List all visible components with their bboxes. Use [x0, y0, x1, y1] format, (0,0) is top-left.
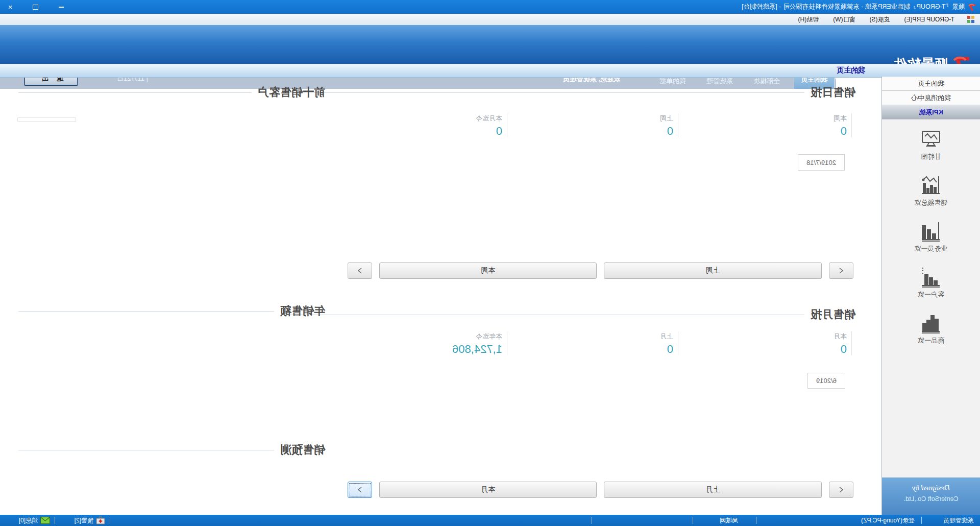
stat-label: 本周	[694, 114, 847, 123]
close-icon: ×	[8, 3, 13, 11]
divider-line	[18, 92, 252, 93]
daily-prev-arrow-button[interactable]	[829, 262, 853, 279]
title-bar: 顺景『T-GROUP』制造业ERP系统 - 东莞顺景软件科技有限公司 - [系统…	[0, 0, 980, 14]
monthly-this-month-button[interactable]: 本月	[379, 482, 597, 498]
customers-section-header: 前十销售客户	[18, 85, 325, 100]
app-window: 顺景『T-GROUP』制造业ERP系统 - 东莞顺景软件科技有限公司 - [系统…	[0, 0, 980, 526]
sidebar-item-label: 甘特图	[921, 152, 941, 161]
product-overview-icon	[920, 312, 942, 334]
statusbar-divider	[693, 517, 693, 524]
sidebar-item-kpi-system[interactable]: KPI系统	[882, 105, 980, 119]
stat-value: 1,724,806	[349, 343, 502, 356]
page-header-strip: 我的主页	[0, 64, 980, 78]
stat-value: 0	[520, 125, 673, 138]
sidebar-item-message-center[interactable]: 我的消息中心	[882, 91, 980, 105]
divider-line	[18, 450, 274, 450]
sidebar: 我的主页 我的消息中心 KPI系统 甘特图 销售额总览	[881, 77, 980, 515]
daily-button-row: 上周 本周	[348, 262, 853, 279]
monthly-last-month-button[interactable]: 上月	[604, 482, 822, 498]
daily-last-week-button[interactable]: 上周	[604, 262, 822, 279]
forecast-section-title: 销售预测	[280, 442, 325, 458]
statusbar-messages[interactable]: 消息[0]	[19, 515, 50, 526]
stat-value: 0	[520, 343, 673, 356]
statusbar-divider	[55, 517, 55, 524]
menu-item-window[interactable]: 窗口(W)	[826, 15, 862, 24]
menu-item-skin[interactable]: 皮肤(S)	[863, 15, 897, 24]
statusbar-user: 系统管理员	[943, 515, 974, 526]
page-title: 我的主页	[837, 66, 865, 75]
sidebar-item-label: 销售额总览	[915, 198, 948, 207]
sidebar-item-product-overview[interactable]: 商品一览	[918, 312, 944, 345]
designed-by-line2: CenterSoft Co.,Ltd.	[882, 495, 980, 503]
monthly-next-arrow-button[interactable]	[348, 482, 372, 498]
designed-by-block: Designed by CenterSoft Co.,Ltd.	[882, 477, 980, 515]
statusbar-network: 局域网	[720, 515, 738, 526]
daily-chart-tooltip: 2019/7/18	[798, 154, 845, 171]
stat-label: 本月	[694, 332, 847, 341]
minimize-icon	[59, 7, 64, 8]
sales-total-icon	[920, 174, 942, 196]
statusbar-alerts[interactable]: 预警[2]	[75, 515, 105, 526]
divider-line	[283, 92, 804, 93]
chevron-right-icon	[357, 486, 363, 493]
customer-overview-icon	[920, 266, 942, 288]
monthly-stat-this-month: 本月 0	[694, 331, 852, 355]
statusbar-divider	[592, 517, 592, 524]
customers-legend	[17, 117, 76, 122]
stat-label: 本年迄今	[349, 332, 502, 341]
daily-stat-this-week: 本周 0	[694, 113, 852, 137]
kpi-shortcut-list: 甘特图 销售额总览 业务员一览	[882, 119, 980, 357]
divider-line	[18, 311, 274, 312]
divider-line	[283, 315, 804, 315]
statusbar-divider	[110, 517, 110, 524]
monthly-section-header: 销售月报	[283, 307, 855, 322]
first-aid-kit-icon	[96, 516, 105, 524]
restore-button[interactable]	[29, 3, 43, 12]
close-button[interactable]: ×	[3, 3, 17, 12]
daily-stat-last-week: 上周 0	[520, 113, 678, 137]
monthly-chart-tooltip: 6/2019	[807, 373, 845, 389]
stat-value: 0	[694, 125, 847, 138]
salesman-overview-icon	[920, 220, 942, 242]
sidebar-item-sales-total[interactable]: 销售额总览	[915, 174, 948, 207]
stat-value: 0	[349, 125, 502, 138]
stat-label: 本月迄今	[349, 114, 502, 123]
monthly-section-title: 销售月报	[811, 307, 855, 322]
app-logo-icon	[968, 3, 977, 12]
daily-next-arrow-button[interactable]	[348, 262, 372, 279]
sidebar-item-label: 客户一览	[918, 290, 944, 299]
monthly-button-row: 上月 本月	[348, 482, 853, 498]
sidebar-item-my-homepage[interactable]: 我的主页	[882, 77, 980, 91]
sidebar-item-label: 商品一览	[918, 336, 944, 345]
sidebar-item-gantt[interactable]: 甘特图	[920, 128, 942, 161]
sidebar-item-customer-overview[interactable]: 客户一览	[918, 266, 944, 299]
chevron-right-icon	[357, 267, 363, 274]
daily-section-header: 销售日报	[283, 85, 855, 100]
statusbar-divider	[756, 517, 756, 524]
monthly-stat-year-to-date: 本年迄今 1,724,806	[349, 331, 507, 355]
menu-item-help[interactable]: 帮助(H)	[791, 15, 826, 24]
chevron-left-icon	[838, 267, 844, 274]
daily-section-title: 销售日报	[811, 85, 855, 100]
status-bar: 系统管理员 登录(Young-PC:PZ) 局域网 预警[2] 消息[0]	[0, 515, 980, 526]
menu-bar: T-GROUP ERP(E) 皮肤(S) 窗口(W) 帮助(H)	[0, 14, 980, 26]
daily-this-week-button[interactable]: 本周	[379, 262, 597, 279]
monthly-stat-last-month: 上月 0	[520, 331, 678, 355]
stat-value: 0	[694, 343, 847, 356]
restore-icon	[33, 5, 39, 10]
envelope-icon	[40, 517, 50, 524]
gantt-chart-icon	[920, 128, 942, 150]
window-title: 顺景『T-GROUP』制造业ERP系统 - 东莞顺景软件科技有限公司 - [系统…	[742, 3, 965, 11]
chevron-left-icon	[838, 486, 844, 493]
statusbar-login: 登录(Young-PC:PZ)	[861, 515, 915, 526]
sidebar-item-salesman-overview[interactable]: 业务员一览	[915, 220, 948, 253]
minimize-button[interactable]	[54, 3, 68, 12]
menu-item-tgroup-erp[interactable]: T-GROUP ERP(E)	[897, 16, 962, 23]
forecast-section-header: 销售预测	[18, 442, 325, 458]
nav-band: 顺景软件 我的主页 全部模块 系统管理 我的单据 欢迎您, 系统管理员 | 11…	[0, 25, 980, 64]
daily-stat-month-to-date: 本月迄今 0	[349, 113, 507, 137]
stat-label: 上周	[520, 114, 673, 123]
app-grid-icon	[967, 15, 975, 23]
annual-section-header: 年销售额	[18, 303, 325, 319]
monthly-prev-arrow-button[interactable]	[829, 482, 853, 498]
